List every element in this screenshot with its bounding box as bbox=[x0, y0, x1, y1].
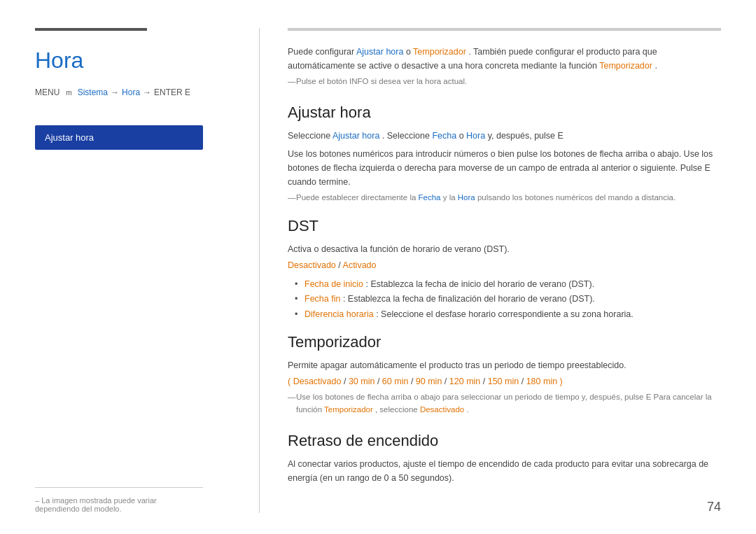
timer-180: 180 min bbox=[526, 377, 557, 386]
intro-temporizador1: Temporizador bbox=[413, 47, 466, 57]
ah-note-hora: Hora bbox=[458, 193, 475, 202]
breadcrumb-sistema: Sistema bbox=[78, 87, 108, 97]
dst-bullet1-label: Fecha de inicio bbox=[304, 279, 363, 289]
breadcrumb-hora: Hora bbox=[122, 87, 140, 97]
timer-60: 60 min bbox=[382, 377, 409, 386]
ah-hora: Hora bbox=[466, 131, 485, 141]
intro-text-end: . bbox=[654, 61, 657, 71]
intro-ajustar-hora: Ajustar hora bbox=[356, 47, 403, 57]
ah-note-fecha: Fecha bbox=[419, 193, 441, 202]
timer-close-paren: ) bbox=[560, 377, 563, 386]
image-note-dash: – bbox=[35, 496, 41, 505]
ah-end: y, después, pulse E bbox=[488, 131, 564, 141]
section-title-temporizador: Temporizador bbox=[288, 333, 721, 351]
timer-slash4: / bbox=[444, 377, 449, 386]
section-title-ajustar-hora: Ajustar hora bbox=[288, 104, 721, 122]
intro-text-before: Puede configurar bbox=[288, 47, 356, 57]
dst-options: Desactivado / Activado bbox=[288, 260, 721, 270]
image-note: – La imagen mostrada puede variar depend… bbox=[35, 487, 203, 513]
dst-bullet3-label: Diferencia horaria bbox=[304, 309, 374, 319]
timer-note-end-link: Desactivado bbox=[420, 405, 464, 414]
list-item: Diferencia horaria : Seleccione el desfa… bbox=[295, 307, 721, 322]
ajustar-hora-note: Puede establecer directamente la Fecha y… bbox=[288, 193, 721, 202]
breadcrumb-arrow2: → bbox=[143, 87, 151, 97]
timer-slash5: / bbox=[483, 377, 488, 386]
temporizador-text1: Permite apagar automáticamente el produc… bbox=[288, 358, 721, 372]
breadcrumb-arrow1: → bbox=[111, 87, 119, 97]
ah-link: Ajustar hora bbox=[332, 131, 379, 141]
timer-slash3: / bbox=[411, 377, 416, 386]
ah-o: o bbox=[459, 131, 466, 141]
list-item: Fecha de inicio : Establezca la fecha de… bbox=[295, 277, 721, 292]
intro-note-text: Pulse el botón INFO si desea ver la hora… bbox=[296, 77, 467, 85]
list-item: Fecha fin : Establezca la fecha de final… bbox=[295, 292, 721, 307]
timer-slash2: / bbox=[377, 377, 382, 386]
page-number: 74 bbox=[707, 500, 721, 514]
left-panel: Hora MENU m Sistema → Hora → ENTER E Aju… bbox=[35, 28, 259, 513]
dst-text1: Activa o desactiva la función de horario… bbox=[288, 242, 721, 256]
ah-fecha: Fecha bbox=[432, 131, 456, 141]
section-title-dst: DST bbox=[288, 217, 721, 235]
timer-note-period: . bbox=[466, 405, 468, 414]
timer-note: Use los botones de flecha arriba o abajo… bbox=[288, 391, 721, 416]
timer-120: 120 min bbox=[449, 377, 480, 386]
breadcrumb-enter: ENTER E bbox=[154, 87, 190, 97]
dst-activado: Activado bbox=[343, 260, 377, 270]
section-title-retraso: Retraso de encendido bbox=[288, 432, 721, 450]
intro-text-o: o bbox=[406, 47, 413, 57]
ah-note-end: pulsando los botones numéricos del mando… bbox=[477, 193, 676, 202]
ah-mid: . Seleccione bbox=[382, 131, 433, 141]
timer-90: 90 min bbox=[416, 377, 442, 386]
ah-note-y: y la bbox=[443, 193, 458, 202]
ajustar-hora-text2: Use los botones numéricos para introduci… bbox=[288, 147, 721, 189]
right-panel: Puede configurar Ajustar hora o Temporiz… bbox=[288, 28, 721, 513]
timer-slash6: / bbox=[522, 377, 526, 386]
menu-item-ajustar-hora[interactable]: Ajustar hora bbox=[35, 125, 203, 150]
dst-bullet1-text: : Establezca la fecha de inicio del hora… bbox=[366, 279, 595, 289]
retraso-text1: Al conectar varios productos, ajuste el … bbox=[288, 457, 721, 485]
dst-bullet2-label: Fecha fin bbox=[304, 294, 340, 304]
timer-note-mid: , seleccione bbox=[375, 405, 420, 414]
top-bar-right bbox=[288, 28, 721, 31]
intro-paragraph: Puede configurar Ajustar hora o Temporiz… bbox=[288, 45, 721, 73]
dst-deactivado: Desactivado bbox=[288, 260, 336, 270]
panel-divider bbox=[259, 28, 260, 513]
timer-30: 30 min bbox=[349, 377, 375, 386]
ajustar-hora-text1: Seleccione Ajustar hora . Seleccione Fec… bbox=[288, 129, 721, 143]
breadcrumb-menu-icon: m bbox=[62, 89, 71, 97]
timer-slash1: / bbox=[344, 377, 349, 386]
timer-note-link: Temporizador bbox=[324, 405, 373, 414]
dst-bullet3-text: : Seleccione el desfase horario correspo… bbox=[376, 309, 634, 319]
top-bar-decoration bbox=[35, 28, 147, 31]
image-note-text: La imagen mostrada puede variar dependie… bbox=[35, 496, 157, 513]
breadcrumb: MENU m Sistema → Hora → ENTER E bbox=[35, 87, 231, 97]
ah-note-before: Puede establecer directamente la bbox=[296, 193, 419, 202]
timer-150: 150 min bbox=[488, 377, 519, 386]
timer-desactivado: Desactivado bbox=[293, 377, 342, 386]
ah-before: Seleccione bbox=[288, 131, 332, 141]
dst-bullet-list: Fecha de inicio : Establezca la fecha de… bbox=[288, 277, 721, 322]
timer-options: ( Desactivado / 30 min / 60 min / 90 min… bbox=[288, 377, 721, 386]
breadcrumb-menu: MENU bbox=[35, 87, 59, 97]
timer-options-text: ( bbox=[288, 377, 290, 386]
page-title: Hora bbox=[35, 48, 231, 73]
dst-bullet2-text: : Establezca la fecha de finalización de… bbox=[343, 294, 595, 304]
intro-temporizador2: Temporizador bbox=[599, 61, 652, 71]
intro-note: Pulse el botón INFO si desea ver la hora… bbox=[288, 77, 721, 85]
